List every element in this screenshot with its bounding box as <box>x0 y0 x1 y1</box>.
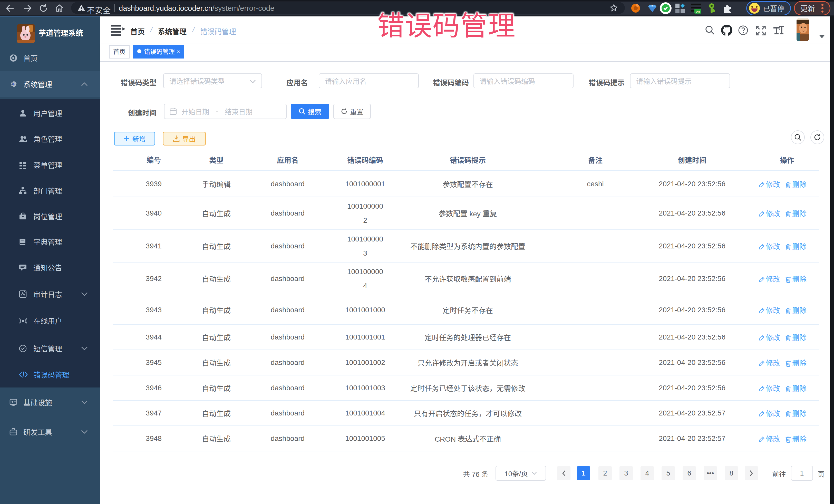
svg-text:on: on <box>696 9 700 13</box>
